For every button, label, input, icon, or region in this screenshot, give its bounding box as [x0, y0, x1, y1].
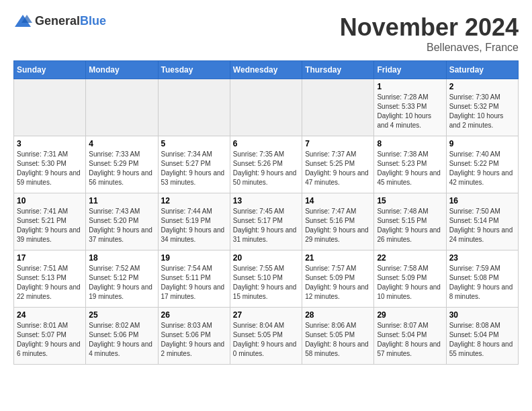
day-number: 21 — [305, 253, 371, 263]
calendar-day-cell: 9Sunrise: 7:40 AMSunset: 5:22 PMDaylight… — [446, 136, 518, 193]
calendar-day-cell: 30Sunrise: 8:08 AMSunset: 5:04 PMDayligh… — [446, 308, 518, 365]
day-info: Sunrise: 8:01 AMSunset: 5:07 PMDaylight:… — [17, 321, 83, 359]
day-number: 18 — [89, 253, 154, 263]
day-number: 9 — [449, 139, 515, 148]
day-number: 23 — [449, 253, 515, 263]
day-number: 30 — [449, 310, 515, 320]
logo-blue: Blue — [80, 14, 106, 28]
weekday-header-monday: Monday — [86, 61, 158, 79]
day-number: 12 — [161, 196, 227, 205]
weekday-header-friday: Friday — [374, 61, 446, 79]
calendar-day-cell: 19Sunrise: 7:54 AMSunset: 5:11 PMDayligh… — [158, 250, 230, 308]
calendar-day-cell: 4Sunrise: 7:33 AMSunset: 5:29 PMDaylight… — [86, 136, 158, 193]
calendar-day-cell: 2Sunrise: 7:30 AMSunset: 5:32 PMDaylight… — [446, 79, 518, 136]
calendar-day-cell — [14, 79, 86, 136]
day-number: 20 — [233, 253, 299, 263]
location-subtitle: Bellenaves, France — [340, 42, 519, 54]
calendar-day-cell: 3Sunrise: 7:31 AMSunset: 5:30 PMDaylight… — [14, 136, 86, 193]
day-number: 7 — [305, 139, 371, 148]
calendar-day-cell: 17Sunrise: 7:51 AMSunset: 5:13 PMDayligh… — [14, 250, 86, 308]
calendar-day-cell: 14Sunrise: 7:47 AMSunset: 5:16 PMDayligh… — [302, 193, 374, 250]
day-info: Sunrise: 7:54 AMSunset: 5:11 PMDaylight:… — [161, 264, 227, 302]
calendar-day-cell: 6Sunrise: 7:35 AMSunset: 5:26 PMDaylight… — [230, 136, 302, 193]
calendar-day-cell: 24Sunrise: 8:01 AMSunset: 5:07 PMDayligh… — [14, 308, 86, 365]
day-info: Sunrise: 7:35 AMSunset: 5:26 PMDaylight:… — [233, 150, 299, 187]
calendar-day-cell: 10Sunrise: 7:41 AMSunset: 5:21 PMDayligh… — [14, 193, 86, 250]
calendar-day-cell: 12Sunrise: 7:44 AMSunset: 5:19 PMDayligh… — [158, 193, 230, 250]
logo-general: General — [35, 14, 80, 28]
day-number: 10 — [17, 196, 83, 205]
calendar-day-cell: 20Sunrise: 7:55 AMSunset: 5:10 PMDayligh… — [230, 250, 302, 308]
calendar-day-cell: 8Sunrise: 7:38 AMSunset: 5:23 PMDaylight… — [374, 136, 446, 193]
day-info: Sunrise: 7:58 AMSunset: 5:09 PMDaylight:… — [377, 264, 443, 302]
day-info: Sunrise: 7:40 AMSunset: 5:22 PMDaylight:… — [449, 150, 515, 187]
day-info: Sunrise: 7:38 AMSunset: 5:23 PMDaylight:… — [377, 150, 443, 187]
calendar-day-cell: 28Sunrise: 8:06 AMSunset: 5:05 PMDayligh… — [302, 308, 374, 365]
day-number: 26 — [161, 310, 227, 320]
weekday-header-sunday: Sunday — [14, 61, 86, 79]
calendar-day-cell: 23Sunrise: 7:59 AMSunset: 5:08 PMDayligh… — [446, 250, 518, 308]
day-number: 1 — [377, 82, 443, 91]
day-number: 11 — [89, 196, 154, 205]
weekday-header-tuesday: Tuesday — [158, 61, 230, 79]
day-number: 29 — [377, 310, 443, 320]
day-number: 22 — [377, 253, 443, 263]
day-info: Sunrise: 8:03 AMSunset: 5:06 PMDaylight:… — [161, 321, 227, 359]
title-area: November 2024 Bellenaves, France — [340, 13, 519, 54]
day-number: 8 — [377, 139, 443, 148]
calendar-day-cell: 5Sunrise: 7:34 AMSunset: 5:27 PMDaylight… — [158, 136, 230, 193]
weekday-header-thursday: Thursday — [302, 61, 374, 79]
calendar-day-cell: 7Sunrise: 7:37 AMSunset: 5:25 PMDaylight… — [302, 136, 374, 193]
calendar-day-cell: 29Sunrise: 8:07 AMSunset: 5:04 PMDayligh… — [374, 308, 446, 365]
day-number: 13 — [233, 196, 299, 205]
calendar-week-row: 3Sunrise: 7:31 AMSunset: 5:30 PMDaylight… — [14, 136, 519, 193]
day-number: 16 — [449, 196, 515, 205]
calendar-day-cell: 18Sunrise: 7:52 AMSunset: 5:12 PMDayligh… — [86, 250, 158, 308]
day-info: Sunrise: 7:55 AMSunset: 5:10 PMDaylight:… — [233, 264, 299, 302]
calendar-day-cell: 22Sunrise: 7:58 AMSunset: 5:09 PMDayligh… — [374, 250, 446, 308]
day-info: Sunrise: 7:33 AMSunset: 5:29 PMDaylight:… — [89, 150, 154, 187]
day-number: 27 — [233, 310, 299, 320]
day-info: Sunrise: 8:08 AMSunset: 5:04 PMDaylight:… — [449, 321, 515, 359]
calendar-day-cell: 13Sunrise: 7:45 AMSunset: 5:17 PMDayligh… — [230, 193, 302, 250]
day-info: Sunrise: 7:37 AMSunset: 5:25 PMDaylight:… — [305, 150, 371, 187]
logo: GeneralBlue — [13, 13, 106, 28]
day-info: Sunrise: 8:04 AMSunset: 5:05 PMDaylight:… — [233, 321, 299, 359]
day-number: 19 — [161, 253, 227, 263]
day-info: Sunrise: 7:43 AMSunset: 5:20 PMDaylight:… — [89, 207, 154, 244]
weekday-header-wednesday: Wednesday — [230, 61, 302, 79]
day-number: 15 — [377, 196, 443, 205]
day-info: Sunrise: 7:34 AMSunset: 5:27 PMDaylight:… — [161, 150, 227, 187]
day-number: 24 — [17, 310, 83, 320]
calendar-day-cell: 11Sunrise: 7:43 AMSunset: 5:20 PMDayligh… — [86, 193, 158, 250]
day-info: Sunrise: 7:47 AMSunset: 5:16 PMDaylight:… — [305, 207, 371, 244]
day-info: Sunrise: 7:57 AMSunset: 5:09 PMDaylight:… — [305, 264, 371, 302]
calendar-day-cell — [86, 79, 158, 136]
day-number: 6 — [233, 139, 299, 148]
day-number: 5 — [161, 139, 227, 148]
day-info: Sunrise: 7:50 AMSunset: 5:14 PMDaylight:… — [449, 207, 515, 244]
day-info: Sunrise: 7:45 AMSunset: 5:17 PMDaylight:… — [233, 207, 299, 244]
day-info: Sunrise: 7:44 AMSunset: 5:19 PMDaylight:… — [161, 207, 227, 244]
day-number: 2 — [449, 82, 515, 91]
calendar-day-cell — [302, 79, 374, 136]
day-info: Sunrise: 8:02 AMSunset: 5:06 PMDaylight:… — [89, 321, 154, 359]
weekday-header-saturday: Saturday — [446, 61, 518, 79]
calendar-day-cell: 16Sunrise: 7:50 AMSunset: 5:14 PMDayligh… — [446, 193, 518, 250]
day-number: 25 — [89, 310, 154, 320]
calendar-table: SundayMondayTuesdayWednesdayThursdayFrid… — [13, 60, 519, 365]
calendar-day-cell — [230, 79, 302, 136]
day-info: Sunrise: 7:52 AMSunset: 5:12 PMDaylight:… — [89, 264, 154, 302]
calendar-day-cell — [158, 79, 230, 136]
day-info: Sunrise: 7:28 AMSunset: 5:33 PMDaylight:… — [377, 93, 443, 130]
page-header: GeneralBlue November 2024 Bellenaves, Fr… — [13, 13, 519, 54]
calendar-day-cell: 25Sunrise: 8:02 AMSunset: 5:06 PMDayligh… — [86, 308, 158, 365]
day-number: 17 — [17, 253, 83, 263]
day-info: Sunrise: 7:30 AMSunset: 5:32 PMDaylight:… — [449, 93, 515, 130]
calendar-day-cell: 15Sunrise: 7:48 AMSunset: 5:15 PMDayligh… — [374, 193, 446, 250]
day-number: 4 — [89, 139, 154, 148]
calendar-week-row: 10Sunrise: 7:41 AMSunset: 5:21 PMDayligh… — [14, 193, 519, 250]
day-number: 3 — [17, 139, 83, 148]
calendar-week-row: 1Sunrise: 7:28 AMSunset: 5:33 PMDaylight… — [14, 79, 519, 136]
month-title: November 2024 — [340, 13, 519, 42]
